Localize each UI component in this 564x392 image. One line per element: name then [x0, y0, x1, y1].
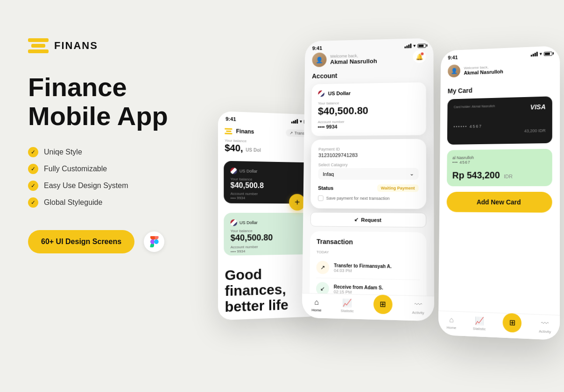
visa-label: VISA: [530, 103, 546, 111]
feature-3: ✓ Easy Use Design System: [28, 181, 205, 191]
nav-center-btn-main[interactable]: ⊞: [373, 294, 392, 314]
nav-activity-main[interactable]: 〰 Activity: [412, 300, 424, 315]
good-finances-text: Goodfinances,better life: [225, 266, 314, 315]
status-badge-waiting: Waiting Payment: [377, 184, 419, 192]
welcome-text-block: Welcome back, Akmal Nasrulloh: [330, 53, 377, 65]
rp-amount: Rp 543,200: [452, 170, 500, 180]
status-row: Status Waiting Payment: [318, 184, 419, 192]
features-list: ✓ Uniqe Style ✓ Fully Customizable ✓ Eas…: [28, 147, 205, 208]
user-name-right: Akmal Nasrulloh: [464, 69, 503, 76]
feature-label-1: Uniqe Style: [44, 148, 82, 156]
account-title: Account: [312, 70, 426, 80]
phones-area: 9:41 ▾ Finans: [209, 0, 564, 392]
card-flag-2: US Dollar: [231, 219, 309, 226]
statistic-label-right: Statistic: [473, 327, 486, 331]
avatar-right: 👤: [448, 64, 460, 77]
category-select[interactable]: Infaq ⌄: [318, 168, 418, 180]
green-card-name: al Nasrulloh: [452, 155, 474, 160]
account-num-main: •••• 9934: [318, 123, 420, 130]
idr-label: IDR: [504, 174, 513, 179]
my-card-section: My Card Card holder: Akmal Nasrulloh VIS…: [439, 80, 560, 217]
feature-2: ✓ Fully Customizable: [28, 164, 205, 174]
brand-name: Finans: [236, 128, 254, 135]
finans-logo-icon: [28, 37, 49, 54]
flag-icon-1: [230, 168, 237, 174]
user-name-main: Akmal Nasrulloh: [330, 57, 377, 65]
flag-icon-2: [231, 219, 237, 226]
save-row: Save payment for next transaction: [318, 196, 419, 202]
bottom-nav-right: ⌂ Home 📈 Statistic ⊞ 〰 Activity: [438, 310, 560, 340]
home-icon-right: ⌂: [449, 315, 454, 324]
card-currency-1: US Dollar: [240, 168, 258, 174]
headline: Finance Mobile App: [28, 73, 205, 130]
wifi-icon-right: ▾: [540, 51, 542, 56]
send-arrow-icon: ↗: [316, 261, 329, 274]
right-user-info: Welcome back, Akmal Nasrulloh: [464, 64, 503, 76]
statistic-label-main: Statistic: [341, 308, 354, 313]
check-icon-3: ✓: [28, 181, 38, 191]
txn-time-1: 04:03 PM: [334, 268, 420, 274]
status-label: Status: [318, 185, 333, 191]
my-card-title: My Card: [448, 84, 552, 95]
category-row: Select Catagory Infaq ⌄: [318, 162, 418, 180]
logo-text: FINANS: [54, 40, 98, 52]
avatar-main: 👤: [312, 52, 326, 67]
category-value: Infaq: [323, 171, 334, 177]
nav-center-btn-right[interactable]: ⊞: [503, 313, 522, 333]
category-label: Select Catagory: [318, 162, 419, 167]
notification-bell[interactable]: 🔔: [413, 50, 426, 63]
nav-home-main[interactable]: ⌂ Home: [311, 298, 321, 312]
card-dark-bg: US Dollar Your balance $40,500.8 Account…: [224, 161, 314, 204]
card-black-right: Card holder: Akmal Nasrulloh VISA ••••••…: [447, 96, 552, 145]
add-new-card-button[interactable]: Add New Card: [446, 192, 552, 213]
txn-info-1: Transfer to Firmansyah A. 04:03 PM: [334, 263, 420, 274]
diagonal-arrow-icon: ↙: [354, 217, 358, 223]
nav-statistic-right[interactable]: 📈 Statistic: [473, 316, 486, 331]
bottom-nav-main: ⌂ Home 📈 Statistic ⊞ 〰 Activity: [302, 293, 434, 321]
status-icons-main: ▾: [404, 43, 426, 49]
payment-modal: Payment ID 31231029741283 Select Catagor…: [310, 139, 426, 209]
balance-amount-bg: $40, US Dol: [225, 143, 313, 155]
account-card: US Dollar Your balance $40,500.80 Accoun…: [311, 82, 426, 136]
home-icon-main: ⌂: [314, 298, 319, 307]
save-text: Save payment for next transaction: [326, 196, 390, 201]
phone-main-content: 👤 Welcome back, Akmal Nasrulloh 🔔 Accoun…: [303, 50, 434, 228]
time-right: 9:41: [448, 55, 458, 60]
payment-id-label: Payment ID: [318, 147, 419, 152]
card-dots-right: •••••• 4567: [453, 124, 482, 129]
card-amount-1: $40,500.8: [230, 181, 308, 190]
card-flag-1: US Dollar: [230, 168, 308, 175]
feature-label-4: Global Styleguide: [44, 198, 102, 207]
green-card-right: al Nasrulloh ••• 4567 Rp 543,200 IDR: [447, 149, 552, 186]
nav-home-right[interactable]: ⌂ Home: [446, 315, 456, 330]
screens-button[interactable]: 60+ UI Design Screens: [28, 230, 134, 253]
chart-icon-right: 📈: [475, 316, 484, 325]
battery-right: [544, 51, 552, 56]
mini-logo: [225, 128, 232, 134]
request-button[interactable]: ↙ Request: [310, 212, 426, 227]
activity-icon-main: 〰: [414, 300, 422, 309]
activity-label-right: Activity: [539, 329, 551, 334]
card-holder-info: Card holder: Akmal Nasrulloh: [454, 105, 495, 109]
activity-label-main: Activity: [412, 310, 424, 315]
feature-label-3: Easy Use Design System: [44, 182, 128, 190]
status-icons-right: ▾: [531, 51, 552, 57]
figma-icon[interactable]: [144, 231, 164, 252]
chart-icon-main: 📈: [343, 298, 352, 308]
nav-statistic-main[interactable]: 📈 Statistic: [341, 298, 354, 313]
user-info: 👤 Welcome back, Akmal Nasrulloh: [312, 51, 377, 67]
nav-activity-right[interactable]: 〰 Activity: [539, 319, 551, 334]
notif-dot: [420, 52, 424, 56]
payment-id-value: 31231029741283: [318, 152, 419, 158]
feature-4: ✓ Global Styleguide: [28, 197, 205, 208]
rp-amount-row: Rp 543,200 IDR: [452, 169, 547, 181]
green-card-user: al Nasrulloh ••• 4567: [452, 155, 474, 165]
wifi-icon-main: ▾: [413, 43, 416, 48]
chevron-down-icon: ⌄: [409, 171, 414, 177]
today-label: TODAY: [317, 250, 420, 256]
phone-right: 9:41 ▾ 👤 Welcome back, Akmal Nasrulloh: [438, 46, 560, 340]
welcome-row: 👤 Welcome back, Akmal Nasrulloh 🔔: [312, 50, 426, 67]
currency-main: US Dollar: [328, 91, 351, 96]
save-checkbox[interactable]: [318, 196, 324, 201]
feature-1: ✓ Uniqe Style: [28, 147, 205, 157]
